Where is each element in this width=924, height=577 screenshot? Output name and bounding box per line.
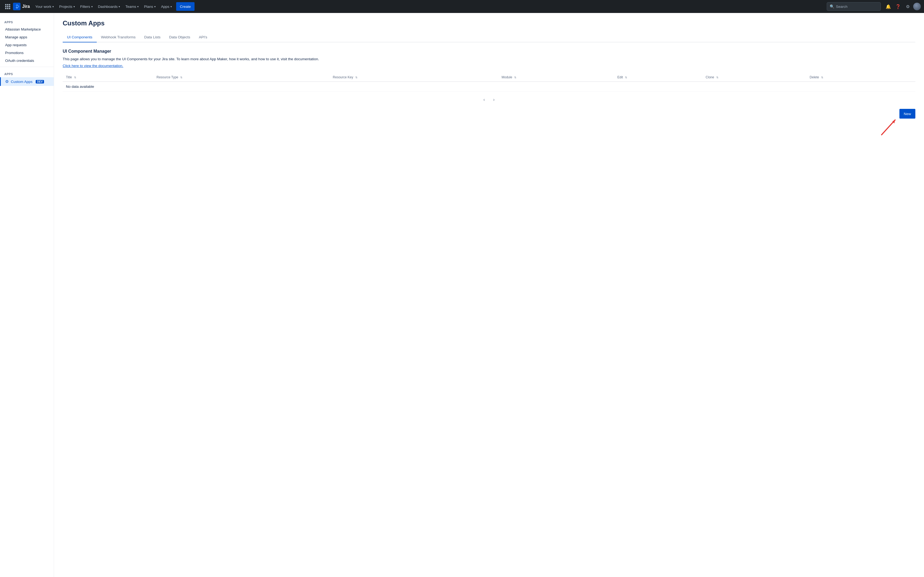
doc-link[interactable]: Click here to view the documentation. — [63, 64, 123, 68]
pagination-prev[interactable]: ‹ — [481, 96, 488, 103]
sort-icon: ⇅ — [180, 76, 182, 79]
chevron-down-icon: ▾ — [74, 5, 75, 8]
sidebar-section-apps2: Apps — [0, 69, 54, 77]
dev-badge: DEV — [35, 80, 44, 84]
main-content: Custom Apps UI Components Webhook Transf… — [54, 13, 924, 577]
nav-teams[interactable]: Teams ▾ — [123, 2, 141, 11]
page-title: Custom Apps — [63, 19, 915, 27]
chevron-down-icon: ▾ — [154, 5, 156, 8]
sidebar-item-promotions[interactable]: Promotions — [0, 49, 54, 57]
col-edit[interactable]: Edit ⇅ — [614, 73, 703, 82]
sidebar-item-atlassian-marketplace[interactable]: Atlassian Marketplace — [0, 26, 54, 33]
app-switcher-icon[interactable] — [3, 2, 12, 11]
svg-line-0 — [882, 120, 895, 135]
col-title[interactable]: Title ⇅ — [63, 73, 153, 82]
no-data-text: No data available — [63, 82, 915, 92]
chevron-down-icon: ▾ — [91, 5, 93, 8]
sort-icon: ⇅ — [355, 76, 358, 79]
section-title: UI Component Manager — [63, 49, 915, 54]
sidebar: Apps Atlassian Marketplace Manage apps A… — [0, 13, 54, 577]
table-row-empty: No data available — [63, 82, 915, 92]
chevron-down-icon: ▾ — [137, 5, 139, 8]
avatar[interactable] — [913, 3, 921, 10]
nav-filters[interactable]: Filters ▾ — [78, 2, 95, 11]
jira-logo[interactable]: Jira — [13, 3, 30, 10]
section-description: This page allows you to manage the UI Co… — [63, 56, 915, 62]
col-module[interactable]: Module ⇅ — [498, 73, 614, 82]
tab-data-lists[interactable]: Data Lists — [140, 32, 165, 42]
pagination: ‹ › — [63, 96, 915, 103]
tabs: UI Components Webhook Transforms Data Li… — [63, 32, 915, 42]
pagination-next[interactable]: › — [490, 96, 498, 103]
search-box[interactable]: 🔍 Search — [827, 2, 881, 11]
arrow-annotation — [63, 116, 915, 137]
col-resource-key[interactable]: Resource Key ⇅ — [330, 73, 498, 82]
tab-apis[interactable]: API's — [195, 32, 211, 42]
nav-plans[interactable]: Plans ▾ — [142, 2, 158, 11]
nav-dashboards[interactable]: Dashboards ▾ — [96, 2, 123, 11]
settings-icon[interactable]: ⚙ — [903, 2, 912, 11]
nav-apps[interactable]: Apps ▾ — [159, 2, 174, 11]
chevron-down-icon: ▾ — [119, 5, 120, 8]
sidebar-item-oauth-credentials[interactable]: OAuth credentials — [0, 57, 54, 64]
col-clone[interactable]: Clone ⇅ — [703, 73, 806, 82]
logo-text: Jira — [22, 4, 30, 9]
sidebar-item-manage-apps[interactable]: Manage apps — [0, 33, 54, 41]
topnav: Jira Your work ▾ Projects ▾ Filters ▾ Da… — [0, 0, 924, 13]
sort-icon: ⇅ — [821, 76, 823, 79]
search-icon: 🔍 — [830, 4, 834, 9]
sort-icon: ⇅ — [625, 76, 627, 79]
sidebar-item-app-requests[interactable]: App requests — [0, 41, 54, 49]
sidebar-section-apps1: Apps — [0, 17, 54, 26]
sort-icon: ⇅ — [514, 76, 516, 79]
sort-icon: ⇅ — [74, 76, 76, 79]
data-table: Title ⇅ Resource Type ⇅ Resource Key ⇅ M… — [63, 73, 915, 92]
topnav-icons: 🔔 ❓ ⚙ — [884, 2, 921, 11]
chevron-down-icon: ▾ — [171, 5, 172, 8]
annotation-arrow — [877, 116, 899, 137]
col-resource-type[interactable]: Resource Type ⇅ — [153, 73, 330, 82]
tab-data-objects[interactable]: Data Objects — [165, 32, 195, 42]
chevron-down-icon: ▾ — [52, 5, 54, 8]
nav-your-work[interactable]: Your work ▾ — [33, 2, 56, 11]
tab-ui-components[interactable]: UI Components — [63, 32, 97, 42]
help-icon[interactable]: ❓ — [894, 2, 902, 11]
sidebar-item-custom-apps[interactable]: ⚙ Custom Apps DEV — [0, 77, 54, 86]
nav-projects[interactable]: Projects ▾ — [57, 2, 77, 11]
tab-webhook-transforms[interactable]: Webhook Transforms — [97, 32, 140, 42]
create-button[interactable]: Create — [176, 2, 195, 11]
notifications-icon[interactable]: 🔔 — [884, 2, 893, 11]
custom-apps-icon: ⚙ — [5, 79, 9, 84]
sort-icon: ⇅ — [716, 76, 718, 79]
col-delete[interactable]: Delete ⇅ — [806, 73, 915, 82]
